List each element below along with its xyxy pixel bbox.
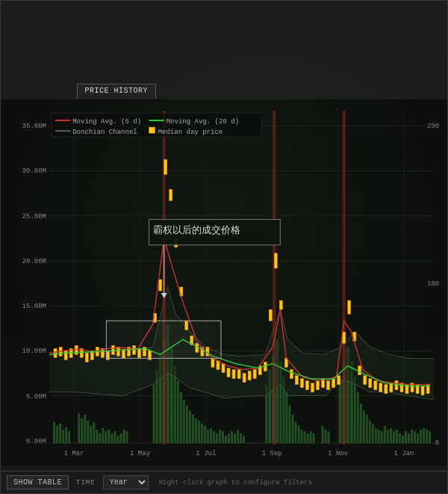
svg-text:20.00M: 20.00M [22, 257, 46, 265]
svg-rect-124 [366, 415, 368, 443]
svg-text:Moving Avg. (5 d): Moving Avg. (5 d) [72, 117, 141, 126]
svg-rect-45 [56, 426, 58, 443]
svg-rect-60 [108, 430, 110, 443]
svg-rect-215 [395, 381, 398, 390]
svg-rect-202 [327, 381, 330, 390]
svg-rect-116 [339, 377, 342, 443]
svg-rect-130 [384, 426, 386, 443]
svg-rect-75 [180, 392, 182, 443]
svg-rect-180 [211, 358, 214, 367]
svg-rect-144 [426, 430, 428, 443]
svg-rect-188 [253, 369, 256, 378]
svg-rect-186 [243, 373, 246, 382]
svg-rect-193 [279, 300, 282, 309]
svg-rect-192 [274, 253, 277, 268]
svg-rect-113 [322, 426, 324, 443]
svg-text:1 Mar: 1 Mar [64, 449, 84, 457]
svg-rect-142 [420, 430, 422, 443]
svg-rect-205 [343, 332, 346, 343]
svg-rect-122 [360, 404, 362, 443]
svg-rect-112 [312, 433, 314, 443]
show-table-button[interactable]: SHOW TABLE [7, 475, 69, 490]
svg-text:15.00M: 15.00M [22, 302, 46, 310]
svg-rect-96 [243, 436, 245, 443]
svg-rect-182 [222, 363, 225, 372]
svg-text:1 Jul: 1 Jul [196, 449, 216, 457]
svg-rect-208 [358, 365, 361, 374]
svg-rect-62 [113, 431, 116, 443]
svg-rect-191 [269, 309, 272, 321]
svg-rect-211 [374, 381, 377, 390]
svg-rect-197 [300, 379, 303, 388]
svg-rect-57 [99, 433, 101, 443]
svg-rect-89 [222, 431, 224, 443]
svg-rect-135 [399, 433, 401, 443]
svg-rect-59 [105, 431, 107, 443]
svg-rect-46 [59, 424, 61, 443]
time-select[interactable]: Year Month Week Day [103, 475, 149, 490]
svg-rect-61 [111, 433, 113, 443]
price-chart[interactable]: 35.00M 30.00M 25.00M 20.00M 15.00M 10.00… [1, 99, 447, 466]
svg-rect-213 [385, 385, 388, 394]
svg-rect-206 [348, 300, 351, 314]
svg-rect-133 [393, 431, 395, 443]
svg-rect-77 [186, 406, 188, 443]
svg-rect-111 [309, 431, 311, 443]
svg-rect-110 [306, 433, 308, 443]
svg-rect-48 [65, 427, 67, 443]
svg-rect-140 [414, 431, 416, 443]
svg-rect-78 [189, 411, 191, 443]
svg-rect-108 [300, 430, 302, 443]
svg-rect-94 [237, 430, 239, 443]
time-label: TIME [76, 479, 96, 487]
svg-rect-200 [317, 381, 320, 390]
svg-text:35.00M: 35.00M [22, 122, 46, 130]
svg-rect-51 [81, 419, 83, 443]
svg-rect-120 [354, 377, 356, 443]
svg-rect-125 [369, 421, 371, 443]
svg-rect-198 [305, 381, 308, 390]
svg-rect-220 [421, 386, 424, 395]
svg-rect-93 [234, 433, 236, 443]
svg-rect-95 [240, 433, 242, 443]
svg-rect-136 [402, 436, 404, 443]
svg-rect-81 [198, 421, 200, 443]
chart-area[interactable]: 35.00M 30.00M 25.00M 20.00M 15.00M 10.00… [1, 99, 447, 466]
svg-rect-85 [210, 428, 212, 443]
svg-rect-106 [294, 422, 296, 443]
bottom-bar: SHOW TABLE TIME Year Month Week Day Righ… [1, 471, 447, 493]
svg-rect-80 [195, 419, 197, 443]
svg-rect-58 [102, 428, 104, 443]
svg-rect-65 [122, 430, 125, 443]
svg-rect-229 [149, 127, 155, 133]
svg-rect-121 [357, 392, 359, 443]
svg-rect-185 [237, 369, 240, 378]
svg-rect-88 [219, 430, 221, 443]
svg-rect-56 [96, 430, 98, 443]
svg-rect-67 [153, 385, 155, 443]
svg-rect-82 [201, 424, 203, 443]
svg-rect-123 [363, 411, 365, 443]
svg-rect-105 [291, 415, 293, 443]
svg-rect-184 [232, 369, 235, 378]
svg-rect-199 [311, 383, 314, 392]
svg-text:1 Nov: 1 Nov [328, 449, 349, 457]
svg-rect-87 [216, 433, 218, 443]
svg-rect-74 [177, 381, 179, 443]
svg-text:Donchian Channel: Donchian Channel [72, 128, 137, 136]
svg-rect-212 [379, 383, 382, 392]
svg-rect-187 [248, 371, 251, 380]
svg-text:1 Sep: 1 Sep [262, 449, 282, 457]
tab-price-history[interactable]: PRICE HISTORY [77, 84, 157, 99]
svg-text:5.00M: 5.00M [26, 392, 46, 401]
svg-rect-141 [417, 433, 419, 443]
svg-rect-132 [390, 428, 392, 443]
svg-text:1 Jan: 1 Jan [393, 449, 414, 457]
svg-rect-152 [64, 351, 67, 359]
svg-rect-143 [423, 428, 425, 443]
svg-rect-79 [192, 415, 194, 443]
svg-rect-83 [204, 426, 206, 443]
svg-rect-103 [285, 392, 287, 443]
svg-rect-137 [405, 431, 407, 443]
svg-rect-91 [228, 433, 230, 443]
